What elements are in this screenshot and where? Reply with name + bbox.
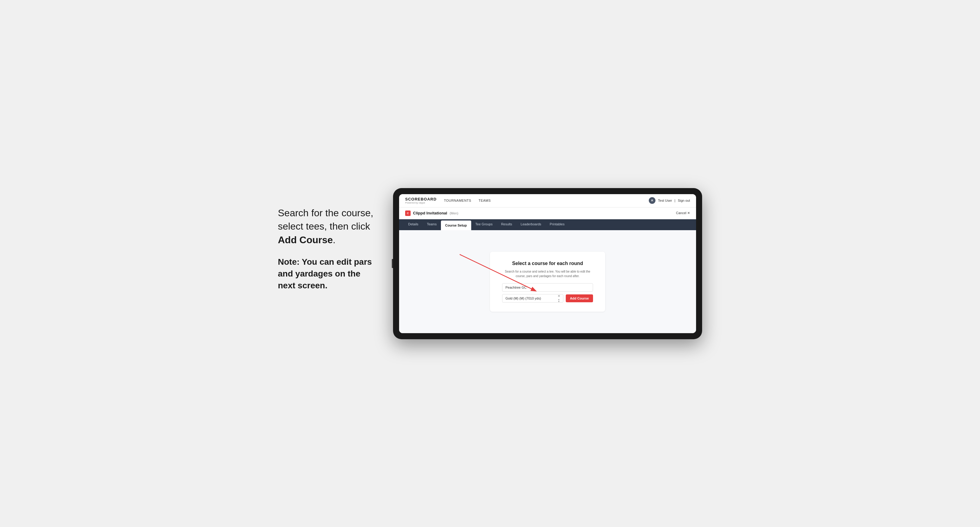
tab-printables[interactable]: Printables [546,219,569,230]
main-content: Select a course for each round Search fo… [399,230,696,333]
tab-course-setup[interactable]: Course Setup [441,221,471,230]
user-label: Test User [658,199,672,202]
cancel-button[interactable]: Cancel ✕ [676,211,690,215]
nav-teams[interactable]: TEAMS [479,199,491,202]
avatar: R [649,197,655,204]
instructions-panel: Search for the course, select tees, then… [278,188,375,301]
tournament-icon: C [405,211,410,216]
clear-tee-button[interactable]: ✕ [556,294,562,298]
instruction-text: Search for the course, select tees, then… [278,206,375,247]
tee-select[interactable]: Gold (M) (M) (7010 yds) [502,294,563,303]
tablet-frame: SCOREBOARD Powered by clippd TOURNAMENTS… [393,188,702,339]
logo-text: SCOREBOARD [405,197,437,202]
note-text: Note: You can edit pars and yardages on … [278,256,375,292]
tab-leaderboards[interactable]: Leaderboards [516,219,546,230]
course-select-container: Select a course for each round Search fo… [490,252,605,312]
tournament-title: C Clippd Invitational (Men) [405,211,458,216]
tournament-name: Clippd Invitational [413,211,447,215]
tournament-header: C Clippd Invitational (Men) Cancel ✕ [399,208,696,219]
tee-select-row: Gold (M) (M) (7010 yds) ✕ ▲ ▼ Add Course [502,294,593,303]
add-course-button[interactable]: Add Course [566,294,593,302]
nav-separator: | [675,199,675,202]
select-arrows: ▲ ▼ [556,298,562,303]
course-search-input[interactable] [502,283,593,292]
section-title: Select a course for each round [502,261,593,266]
user-area: R Test User | Sign out [649,197,690,204]
chevron-up-icon: ▲ [556,298,562,300]
tab-results[interactable]: Results [497,219,516,230]
tab-navigation: Details Teams Course Setup Tee Groups Re… [399,219,696,230]
top-nav: SCOREBOARD Powered by clippd TOURNAMENTS… [399,194,696,208]
tablet-side-button [392,259,393,268]
chevron-down-icon: ▼ [556,300,562,303]
sign-out-link[interactable]: Sign out [678,199,690,202]
tablet-screen: SCOREBOARD Powered by clippd TOURNAMENTS… [399,194,696,333]
logo-sub: Powered by clippd [405,202,437,204]
tab-teams[interactable]: Teams [423,219,441,230]
logo-area: SCOREBOARD Powered by clippd [405,197,437,204]
tournament-gender: (Men) [450,211,458,215]
nav-left: SCOREBOARD Powered by clippd TOURNAMENTS… [405,197,491,204]
nav-tournaments[interactable]: TOURNAMENTS [444,199,471,202]
tee-select-wrapper: Gold (M) (M) (7010 yds) ✕ ▲ ▼ [502,294,563,303]
tab-tee-groups[interactable]: Tee Groups [471,219,497,230]
section-description: Search for a course and select a tee. Yo… [502,269,593,278]
select-controls: ✕ ▲ ▼ [556,294,562,303]
tab-details[interactable]: Details [404,219,423,230]
nav-links: TOURNAMENTS TEAMS [444,199,491,202]
